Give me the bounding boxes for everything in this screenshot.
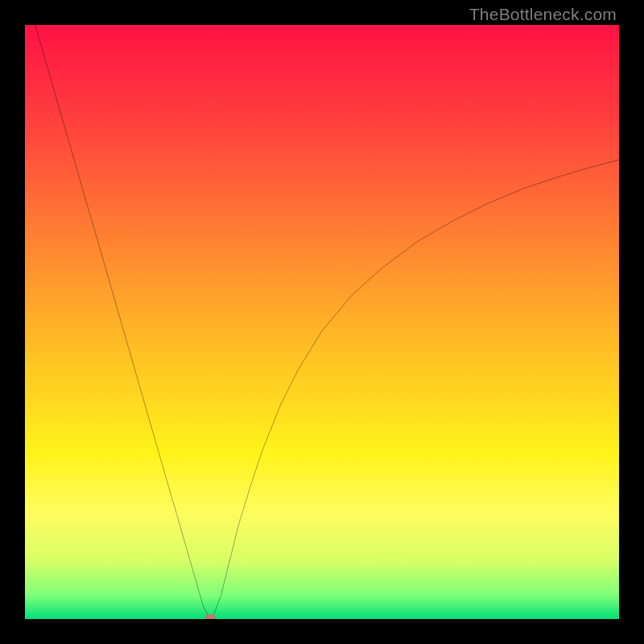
watermark-label: TheBottleneck.com [469,5,617,24]
chart-frame: TheBottleneck.com [0,0,644,644]
bottleneck-curve [25,25,619,619]
plot-area [25,25,619,619]
minimum-marker [205,614,216,619]
